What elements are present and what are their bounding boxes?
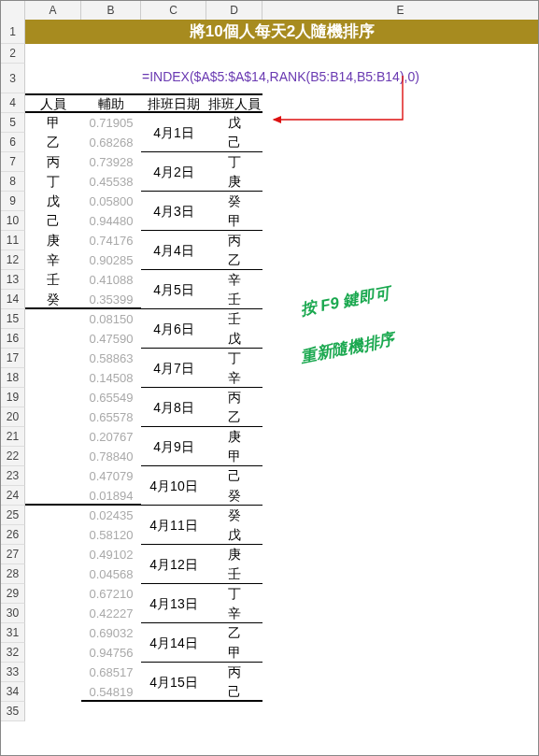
row-label-27[interactable]: 27 [1, 545, 25, 564]
cell-person[interactable]: 辛 [25, 250, 81, 270]
row-label-3[interactable]: 3 [1, 64, 25, 93]
cell-person[interactable] [25, 368, 81, 388]
cell-aux[interactable]: 0.90285 [81, 250, 141, 270]
row-label-4[interactable]: 4 [1, 93, 25, 113]
cell-aux[interactable]: 0.42227 [81, 604, 141, 623]
cell-person[interactable] [25, 663, 81, 682]
cell-aux[interactable]: 0.45538 [81, 172, 141, 192]
row-label-15[interactable]: 15 [1, 309, 25, 329]
cell-person[interactable]: 乙 [25, 133, 81, 152]
row-label-18[interactable]: 18 [1, 368, 25, 388]
col-label-d[interactable]: D [206, 1, 262, 20]
cell-schedule[interactable]: 丁 [206, 349, 262, 368]
cell-date[interactable]: 4月11日 [141, 506, 206, 545]
cell-aux[interactable]: 0.78840 [81, 447, 141, 466]
cell-schedule[interactable]: 庚 [206, 172, 262, 192]
cell-schedule[interactable]: 甲 [206, 447, 262, 466]
cell-schedule[interactable]: 丙 [206, 231, 262, 250]
cell-schedule[interactable]: 戊 [206, 329, 262, 349]
cell-schedule[interactable]: 乙 [206, 623, 262, 643]
cell-schedule[interactable]: 丁 [206, 584, 262, 604]
row-label-8[interactable]: 8 [1, 172, 25, 192]
cell-person[interactable]: 壬 [25, 270, 81, 290]
cell-date[interactable]: 4月8日 [141, 388, 206, 427]
cell-date[interactable]: 4月13日 [141, 584, 206, 623]
cell-schedule[interactable]: 己 [206, 682, 262, 702]
row-label-29[interactable]: 29 [1, 584, 25, 604]
cell-person[interactable] [25, 388, 81, 407]
cell-aux[interactable]: 0.05800 [81, 192, 141, 211]
row-label-12[interactable]: 12 [1, 250, 25, 270]
row-label-14[interactable]: 14 [1, 290, 25, 309]
cell-aux[interactable]: 0.74176 [81, 231, 141, 250]
cell-aux[interactable]: 0.04568 [81, 564, 141, 584]
cell-schedule[interactable]: 辛 [206, 604, 262, 623]
row-label-26[interactable]: 26 [1, 525, 25, 545]
cell-date[interactable]: 4月1日 [141, 113, 206, 152]
cell-schedule[interactable]: 甲 [206, 643, 262, 663]
cell-aux[interactable]: 0.71905 [81, 113, 141, 133]
row-label-11[interactable]: 11 [1, 231, 25, 250]
row-label-17[interactable]: 17 [1, 349, 25, 368]
row-label-16[interactable]: 16 [1, 329, 25, 349]
row-label-35[interactable]: 35 [1, 702, 25, 721]
cell-person[interactable] [25, 447, 81, 466]
cell-person[interactable] [25, 486, 81, 506]
cell-person[interactable] [25, 349, 81, 368]
row-label-21[interactable]: 21 [1, 427, 25, 447]
cell-schedule[interactable]: 丙 [206, 663, 262, 682]
cell-schedule[interactable]: 甲 [206, 211, 262, 231]
cell-aux[interactable]: 0.14508 [81, 368, 141, 388]
cell-aux[interactable]: 0.35399 [81, 290, 141, 309]
col-label-e[interactable]: E [262, 1, 539, 20]
col-label-a[interactable]: A [25, 1, 81, 20]
cell-person[interactable] [25, 466, 81, 486]
cell-date[interactable]: 4月15日 [141, 663, 206, 702]
cell-person[interactable] [25, 584, 81, 604]
row-label-23[interactable]: 23 [1, 466, 25, 486]
cell-person[interactable]: 庚 [25, 231, 81, 250]
cell-person[interactable]: 丁 [25, 172, 81, 192]
cell-date[interactable]: 4月6日 [141, 309, 206, 349]
cell-schedule[interactable]: 庚 [206, 545, 262, 564]
cell-schedule[interactable]: 辛 [206, 368, 262, 388]
cell-person[interactable] [25, 545, 81, 564]
cell-aux[interactable]: 0.67210 [81, 584, 141, 604]
cell-person[interactable]: 癸 [25, 290, 81, 309]
cell-schedule[interactable]: 乙 [206, 250, 262, 270]
cell-aux[interactable]: 0.68517 [81, 663, 141, 682]
cell-person[interactable] [25, 564, 81, 584]
cell-aux[interactable]: 0.94480 [81, 211, 141, 231]
cell-schedule[interactable]: 庚 [206, 427, 262, 447]
row-label-31[interactable]: 31 [1, 623, 25, 643]
cell-schedule[interactable]: 壬 [206, 309, 262, 329]
cell-date[interactable]: 4月9日 [141, 427, 206, 466]
cell-person[interactable] [25, 407, 81, 427]
cell-person[interactable]: 戊 [25, 192, 81, 211]
cell-date[interactable]: 4月10日 [141, 466, 206, 506]
cell-person[interactable] [25, 682, 81, 702]
cell-date[interactable]: 4月3日 [141, 192, 206, 231]
row-label-34[interactable]: 34 [1, 682, 25, 702]
row-label-7[interactable]: 7 [1, 152, 25, 172]
col-label-c[interactable]: C [141, 1, 206, 20]
cell-aux[interactable]: 0.94756 [81, 643, 141, 663]
row-label-33[interactable]: 33 [1, 663, 25, 682]
cell-date[interactable]: 4月4日 [141, 231, 206, 270]
row-label-1[interactable]: 1 [1, 20, 25, 44]
row-label-25[interactable]: 25 [1, 506, 25, 525]
row-label-5[interactable]: 5 [1, 113, 25, 133]
cell-aux[interactable]: 0.73928 [81, 152, 141, 172]
cell-schedule[interactable]: 戊 [206, 525, 262, 545]
cell-aux[interactable]: 0.58120 [81, 525, 141, 545]
row-label-22[interactable]: 22 [1, 447, 25, 466]
cell-person[interactable]: 丙 [25, 152, 81, 172]
cell-person[interactable] [25, 525, 81, 545]
row-label-28[interactable]: 28 [1, 564, 25, 584]
row-label-9[interactable]: 9 [1, 192, 25, 211]
cell-schedule[interactable]: 乙 [206, 407, 262, 427]
cell-date[interactable]: 4月5日 [141, 270, 206, 309]
cell-schedule[interactable]: 戊 [206, 113, 262, 133]
row-label-19[interactable]: 19 [1, 388, 25, 407]
cell-person[interactable] [25, 643, 81, 663]
